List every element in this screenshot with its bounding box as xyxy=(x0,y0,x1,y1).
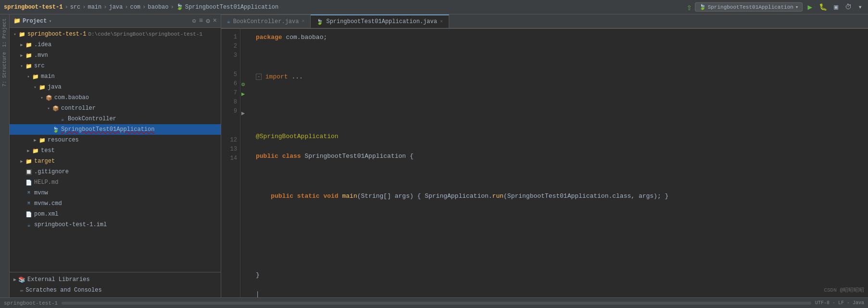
main-arrow: ▾ xyxy=(25,74,32,79)
gutter-run-9[interactable]: ▶ xyxy=(241,110,245,117)
target-label: target xyxy=(34,158,55,165)
bottom-bar: springboot-test-1 UTF-8 · LF · Java xyxy=(0,297,868,308)
breadcrumb: springboot-test-1 › src › main › java › … xyxy=(4,3,278,11)
external-libraries-item[interactable]: ▶ 📚 External Libraries xyxy=(13,274,217,285)
tree-controller[interactable]: ▾ 📦 controller xyxy=(10,103,221,114)
close-panel-icon[interactable]: × xyxy=(213,17,217,25)
run-button[interactable]: ▶ xyxy=(805,1,814,13)
code-content[interactable]: package com.baobao; - import ... @Spring… xyxy=(250,29,868,297)
com-arrow: ▾ xyxy=(38,95,45,101)
collapse-all-icon[interactable]: ≡ xyxy=(199,17,203,25)
main-layout: 1: Project 7: Structure 📁 Project ▾ ⊙ ≡ … xyxy=(0,14,868,297)
gutter-run-6[interactable]: ⚙ xyxy=(241,81,245,88)
tab-bookcontroller[interactable]: ☕ BookController.java × xyxy=(221,14,311,28)
tree-mvnw[interactable]: ▶ M mvnw xyxy=(10,188,221,198)
file-tree[interactable]: ▾ 📁 springboot-test-1 D:\code\SpringBoot… xyxy=(10,28,221,272)
bottom-right: UTF-8 · LF · Java xyxy=(815,300,864,306)
pom-icon: 📄 xyxy=(25,211,33,218)
vcs-update-icon[interactable]: ⇧ xyxy=(687,2,692,13)
breadcrumb-classname: SpringbootTest01Application xyxy=(185,4,278,11)
mvn-icon: 📁 xyxy=(25,52,33,59)
root-folder-icon: 📁 xyxy=(18,31,26,38)
line-numbers: 1 2 3 5 6 7 8 9 12 13 14 xyxy=(221,29,240,297)
tree-mvn[interactable]: ▶ 📁 .mvn xyxy=(10,50,221,61)
coverage-button[interactable]: ▣ xyxy=(832,2,840,12)
breadcrumb-java: java xyxy=(109,4,123,11)
tree-target[interactable]: ▶ 📁 target xyxy=(10,156,221,167)
debug-button[interactable]: 🐛 xyxy=(817,2,829,12)
tree-bookcontroller[interactable]: ▶ ☕ BookController xyxy=(10,114,221,124)
tree-iml[interactable]: ▶ ☕ springboot-test-1.iml xyxy=(10,219,221,230)
project-panel: 📁 Project ▾ ⊙ ≡ ⚙ × ▾ 📁 springboot-test-… xyxy=(10,14,221,297)
left-strip: 1: Project 7: Structure xyxy=(0,14,10,297)
tree-test[interactable]: ▶ 📁 test xyxy=(10,145,221,156)
pom-label: pom.xml xyxy=(34,211,58,218)
external-lib-label: External Libraries xyxy=(27,276,90,283)
external-lib-icon: 📚 xyxy=(18,276,25,283)
profile-button[interactable]: ⏱ xyxy=(843,2,854,12)
tab-spring-close[interactable]: × xyxy=(440,19,443,25)
scratches-item[interactable]: ✏ Scratches and Consoles xyxy=(13,285,217,295)
target-arrow: ▶ xyxy=(18,159,25,164)
gutter-run-7[interactable]: ▶ xyxy=(241,90,245,98)
tab-spring-label: SpringbootTest01Application.java xyxy=(326,18,437,25)
code-editor[interactable]: 1 2 3 5 6 7 8 9 12 13 14 ⚙ ▶ ▶ xyxy=(221,29,868,297)
resources-icon: 📁 xyxy=(38,137,46,143)
test-icon: 📁 xyxy=(32,148,39,154)
spring-app-label: SpringbootTest01Application xyxy=(61,126,154,133)
src-arrow: ▾ xyxy=(18,64,25,69)
tree-src[interactable]: ▾ 📁 src xyxy=(10,61,221,71)
tab-java-icon: ☕ xyxy=(227,18,230,25)
project-dropdown-icon[interactable]: ▾ xyxy=(49,18,51,24)
mvnwcmd-icon: M xyxy=(25,201,33,206)
tree-helpmd[interactable]: ▶ 📄 HELP.md xyxy=(10,177,221,188)
tab-springapp[interactable]: 🍃 SpringbootTest01Application.java × xyxy=(311,14,449,28)
scratches-label: Scratches and Consoles xyxy=(25,287,101,294)
folder-icon: 📁 xyxy=(13,17,21,25)
root-arrow: ▾ xyxy=(12,32,18,37)
book-label: BookController xyxy=(68,116,116,122)
test-arrow: ▶ xyxy=(25,148,32,154)
more-run-button[interactable]: ▾ xyxy=(856,2,864,12)
tree-pomxml[interactable]: ▶ 📄 pom.xml xyxy=(10,209,221,219)
tree-resources[interactable]: ▶ 📁 resources xyxy=(10,135,221,145)
tree-java-src[interactable]: ▾ 📁 java xyxy=(10,82,221,92)
controller-arrow: ▾ xyxy=(45,106,52,111)
com-label: com.baobao xyxy=(54,94,89,101)
tree-idea[interactable]: ▶ 📁 .idea xyxy=(10,39,221,50)
run-config-selector[interactable]: 🍃 SpringbootTest01Application ▾ xyxy=(695,2,803,12)
tree-com-baobao[interactable]: ▾ 📦 com.baobao xyxy=(10,92,221,103)
tree-root[interactable]: ▾ 📁 springboot-test-1 D:\code\SpringBoot… xyxy=(10,29,221,39)
top-bar-actions: ⇧ 🍃 SpringbootTest01Application ▾ ▶ 🐛 ▣ … xyxy=(687,1,864,13)
iml-icon: ☕ xyxy=(25,222,33,228)
mvnw-label: mvnw xyxy=(34,190,48,196)
book-icon: ☕ xyxy=(59,116,66,122)
panel-actions: ⊙ ≡ ⚙ × xyxy=(192,17,217,25)
settings-icon[interactable]: ⚙ xyxy=(206,17,210,25)
project-tab-strip[interactable]: 1: Project xyxy=(2,16,7,49)
structure-tab-strip[interactable]: 7: Structure xyxy=(2,50,7,89)
java-src-arrow: ▾ xyxy=(32,85,38,90)
tab-book-label: BookController.java xyxy=(233,18,299,25)
run-config-name: SpringbootTest01Application xyxy=(708,4,793,10)
tree-spring-app[interactable]: ▶ 🍃 SpringbootTest01Application xyxy=(10,124,221,135)
tab-book-close[interactable]: × xyxy=(302,19,304,24)
breadcrumb-class: 🍃 xyxy=(176,3,183,11)
git-icon: 🔲 xyxy=(25,169,33,175)
controller-icon: 📦 xyxy=(52,105,60,112)
tree-mvnw-cmd[interactable]: ▶ M mvnw.cmd xyxy=(10,198,221,209)
run-config-dropdown-icon[interactable]: ▾ xyxy=(795,4,799,10)
scrollbar[interactable] xyxy=(62,302,811,305)
controller-label: controller xyxy=(61,105,96,112)
breadcrumb-project: springboot-test-1 xyxy=(4,4,63,11)
external-lib-arrow: ▶ xyxy=(13,277,16,282)
tree-main[interactable]: ▾ 📁 main xyxy=(10,71,221,82)
tree-gitignore[interactable]: ▶ 🔲 .gitignore xyxy=(10,167,221,177)
locate-file-icon[interactable]: ⊙ xyxy=(192,17,196,25)
tab-spring-icon: 🍃 xyxy=(316,19,323,25)
sidebar-bottom: ▶ 📚 External Libraries ✏ Scratches and C… xyxy=(10,272,221,297)
mvnwcmd-label: mvnw.cmd xyxy=(34,200,62,207)
src-icon: 📁 xyxy=(25,63,33,69)
iml-label: springboot-test-1.iml xyxy=(34,221,107,228)
breadcrumb-com: com xyxy=(130,4,140,11)
